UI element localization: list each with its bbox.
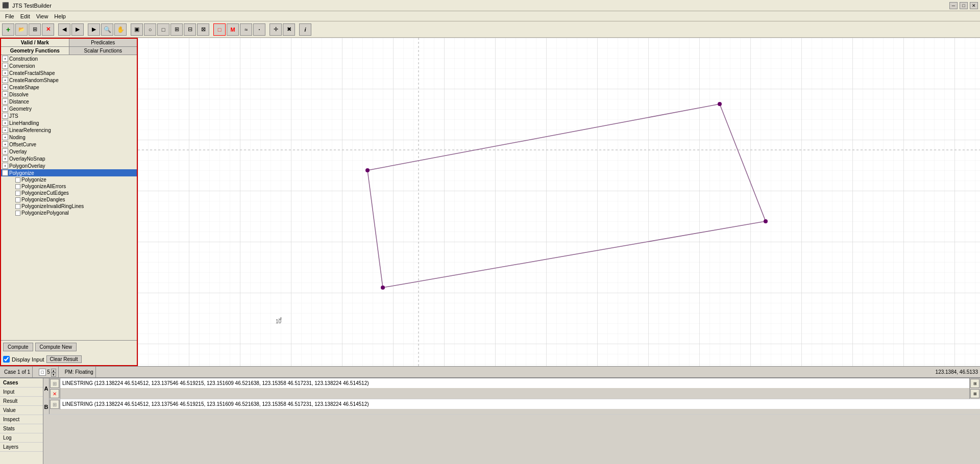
compute-button[interactable]: Compute [3, 343, 33, 351]
expand-icon-linehandling[interactable]: + [2, 120, 8, 126]
rect-button[interactable]: □ [157, 23, 169, 36]
grid2-button[interactable]: ⊞ [170, 23, 183, 36]
tab-layers[interactable]: Layers [0, 443, 43, 452]
cross-button[interactable]: ✖ [283, 23, 295, 36]
layer-button[interactable]: ⊠ [197, 23, 209, 36]
expand-icon-polygonoverlay[interactable]: + [2, 163, 8, 169]
tree-item-polygonizedangles[interactable]: PolygonizeDangles [1, 196, 137, 203]
tree-item-jts[interactable]: +JTS [1, 112, 137, 119]
row-a-right-icon1[interactable]: ⊞ [970, 379, 979, 388]
tab-value[interactable]: Value [0, 406, 43, 415]
expand-icon-geometry[interactable]: + [2, 106, 8, 112]
expand-icon-createrandomshape[interactable]: + [2, 77, 8, 83]
clear-result-button[interactable]: Clear Result [46, 355, 82, 363]
menu-file[interactable]: File [2, 13, 17, 19]
check-icon-polygonizeinvalidringlines[interactable] [15, 204, 20, 209]
check-icon-polygonizedangles[interactable] [15, 197, 20, 202]
zoom-down-arrow[interactable]: ▼ [51, 373, 56, 377]
run-button[interactable]: ▶ [88, 23, 100, 36]
row-a-right-icon2[interactable]: ⊠ [970, 389, 979, 398]
expand-icon-distance[interactable]: + [2, 98, 8, 105]
open-folder-button[interactable]: 📂 [15, 23, 28, 36]
zoom-in-button[interactable]: 🔍 [101, 23, 113, 36]
dot-button[interactable]: · [253, 23, 265, 36]
expand-icon-noding[interactable]: + [2, 134, 8, 140]
row-a-copy-icon[interactable]: ⊞ [50, 379, 59, 388]
tree-item-createshape[interactable]: +CreateShape [1, 84, 137, 91]
grid-button[interactable]: ⊞ [29, 23, 41, 36]
tree-item-polygonoverlay[interactable]: +PolygonOverlay [1, 162, 137, 169]
zoom-spinner[interactable]: ▲ ▼ [51, 369, 56, 376]
minimize-button[interactable]: ─ [949, 2, 958, 9]
tree-item-noding[interactable]: +Noding [1, 134, 137, 141]
display-input-checkbox[interactable] [3, 356, 10, 363]
tab-stats[interactable]: Stats [0, 424, 43, 433]
canvas-area[interactable]: 10 -4 [138, 38, 980, 366]
zoom-checkbox-box[interactable]: □ [39, 369, 46, 376]
compute-new-button[interactable]: Compute New [35, 343, 77, 351]
tree-item-geometry[interactable]: +Geometry [1, 105, 137, 112]
expand-icon-offsetcurve[interactable]: + [2, 141, 8, 147]
close-button[interactable]: ✕ [970, 2, 978, 9]
expand-icon-overlaynosnap[interactable]: + [2, 156, 8, 162]
menu-edit[interactable]: Edit [17, 13, 33, 19]
info-button[interactable]: i [299, 23, 311, 36]
tree-item-createfractalshape[interactable]: +CreateFractalShape [1, 69, 137, 76]
expand-icon-dissolve[interactable]: + [2, 91, 8, 97]
delete-button[interactable]: ✕ [42, 23, 54, 36]
expand-icon-construction[interactable]: + [2, 56, 8, 62]
expand-icon-jts[interactable]: + [2, 113, 8, 119]
expand-icon-overlay[interactable]: + [2, 148, 8, 154]
tree-item-createrandomshape[interactable]: +CreateRandomShape [1, 76, 137, 84]
tab-geometry-functions[interactable]: Geometry Functions [1, 47, 69, 55]
tree-item-polygonize[interactable]: −Polygonize [1, 169, 137, 176]
tree-item-distance[interactable]: +Distance [1, 98, 137, 105]
maximize-button[interactable]: □ [960, 2, 968, 9]
tree-item-overlay[interactable]: +Overlay [1, 148, 137, 155]
expand-icon-linearreferencing[interactable]: + [2, 127, 8, 133]
expand-icon-createshape[interactable]: + [2, 84, 8, 90]
m-button[interactable]: M [227, 23, 239, 36]
tree-item-conversion[interactable]: +Conversion [1, 62, 137, 69]
tree-item-linearreferencing[interactable]: +LinearReferencing [1, 126, 137, 134]
tree-item-polygonize[interactable]: Polygonize [1, 176, 137, 183]
expand-icon-conversion[interactable]: + [2, 63, 8, 69]
expand-icon-createfractalshape[interactable]: + [2, 70, 8, 76]
tree-item-polygonizepolygonal[interactable]: PolygonizePolygonal [1, 210, 137, 216]
tree-item-offsetcurve[interactable]: +OffsetCurve [1, 141, 137, 148]
tab-cases[interactable]: Cases [0, 378, 43, 388]
tree-item-linehandling[interactable]: +LineHandling [1, 119, 137, 126]
tree-item-construction[interactable]: +Construction [1, 55, 137, 62]
check-icon-polygonizepolygonal[interactable] [15, 211, 20, 216]
back-button[interactable]: ◀ [58, 23, 70, 36]
tree-item-polygonizeinvalidringlines[interactable]: PolygonizeInvalidRingLines [1, 203, 137, 210]
menu-view[interactable]: View [33, 13, 52, 19]
snap-button[interactable]: ⊟ [184, 23, 196, 36]
add-button[interactable]: + [2, 23, 14, 36]
zoom-up-arrow[interactable]: ▲ [51, 369, 56, 373]
row-b-icon[interactable]: ⊞ [50, 400, 59, 409]
row-a-paste-icon[interactable]: ✕ [50, 389, 59, 398]
tab-valid-mark[interactable]: Valid / Mark [1, 39, 69, 46]
check-icon-polygonizecutedges[interactable] [15, 191, 20, 196]
tree-item-polygonizecutedges[interactable]: PolygonizeCutEdges [1, 190, 137, 196]
menu-help[interactable]: Help [51, 13, 69, 19]
forward-button[interactable]: ▶ [71, 23, 84, 36]
rect-red-button[interactable]: □ [213, 23, 226, 36]
tree-item-overlaynosnap[interactable]: +OverlayNoSnap [1, 155, 137, 162]
pan-button[interactable]: ✋ [114, 23, 127, 36]
expand-icon-polygonize[interactable]: − [2, 170, 8, 176]
tab-result[interactable]: Result [0, 397, 43, 406]
tree-item-dissolve[interactable]: +Dissolve [1, 91, 137, 98]
tab-input[interactable]: Input [0, 388, 43, 397]
rect-select-button[interactable]: ▣ [131, 23, 143, 36]
move-button[interactable]: ✛ [270, 23, 282, 36]
check-icon-polygonizeallerrors[interactable] [15, 184, 20, 189]
circle-button[interactable]: ○ [144, 23, 156, 36]
check-icon-polygonize[interactable] [15, 177, 20, 183]
tree-item-polygonizeallerrors[interactable]: PolygonizeAllErrors [1, 183, 137, 190]
tab-predicates[interactable]: Predicates [69, 39, 137, 46]
tab-log[interactable]: Log [0, 433, 43, 443]
z-button[interactable]: ≈ [240, 23, 252, 36]
tab-scalar-functions[interactable]: Scalar Functions [69, 47, 137, 55]
